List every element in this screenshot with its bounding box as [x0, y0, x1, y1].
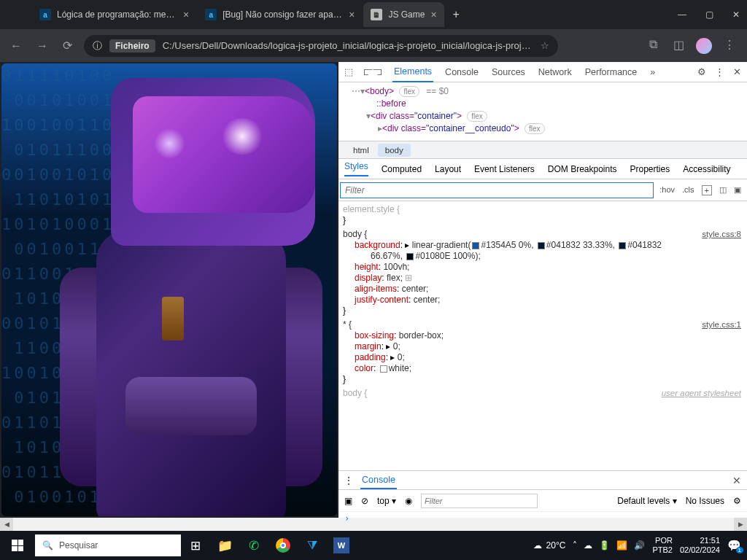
- tab-title: JS Game: [388, 9, 425, 20]
- whatsapp-icon[interactable]: ✆: [239, 531, 268, 560]
- console-filter-input[interactable]: [421, 494, 538, 508]
- onedrive-icon[interactable]: ☁: [584, 540, 592, 551]
- menu-icon[interactable]: ⋮: [724, 38, 735, 54]
- crumb-html[interactable]: html: [346, 144, 376, 157]
- search-input[interactable]: 🔍 Pesquisar: [35, 534, 181, 556]
- close-icon[interactable]: ×: [349, 9, 355, 20]
- back-icon[interactable]: ←: [7, 36, 25, 55]
- tab-performance[interactable]: Performance: [584, 63, 639, 82]
- new-rule-button[interactable]: +: [702, 185, 712, 195]
- scroll-left-icon[interactable]: ◀: [0, 518, 13, 531]
- no-issues-label: No Issues: [686, 496, 724, 506]
- console-drawer: ⋮ Console ✕ ▣ ⊘ top ▾ ◉ Default levels ▾…: [338, 470, 747, 518]
- live-expression-icon[interactable]: ◉: [405, 496, 412, 506]
- breadcrumb[interactable]: html body: [338, 141, 747, 159]
- tab-title: Lógica de programação: mergu...: [57, 9, 177, 20]
- new-tab-button[interactable]: +: [446, 4, 467, 26]
- word-icon[interactable]: W: [333, 537, 349, 553]
- start-button[interactable]: [0, 531, 35, 560]
- tab-title: [Bug] Não consigo fazer aparec...: [222, 9, 343, 20]
- levels-selector[interactable]: Default levels ▾: [617, 496, 676, 506]
- dom-tree[interactable]: ⋯▾<body> flex == $0 ::before ▾<div class…: [338, 82, 747, 141]
- avatar[interactable]: [696, 38, 712, 54]
- clock[interactable]: 21:51 02/02/2024: [680, 536, 720, 555]
- explorer-icon[interactable]: 📁: [210, 531, 239, 560]
- styles-tab-bar: Styles Computed Layout Event Listeners D…: [338, 159, 747, 179]
- more-tabs-icon[interactable]: »: [649, 63, 657, 82]
- tab-layout[interactable]: Layout: [435, 164, 461, 174]
- inspect-icon[interactable]: ⬚: [344, 66, 353, 77]
- tab-listeners[interactable]: Event Listeners: [474, 164, 535, 174]
- wifi-icon[interactable]: 📶: [616, 540, 627, 551]
- devtools-close-icon[interactable]: ✕: [733, 66, 741, 77]
- sidebar-toggle-icon[interactable]: ▣: [344, 496, 352, 506]
- tab-elements[interactable]: Elements: [392, 62, 433, 82]
- console-gear-icon[interactable]: ⚙: [733, 496, 741, 506]
- side-panel-icon[interactable]: ◫: [673, 38, 684, 54]
- device-icon[interactable]: ⫍⫎: [363, 66, 382, 77]
- url-field[interactable]: ⓘ Ficheiro C:/Users/Dell/Downloads/logic…: [84, 35, 558, 57]
- tab-properties[interactable]: Properties: [630, 164, 670, 174]
- reload-icon[interactable]: ⟳: [60, 36, 75, 55]
- weather-icon: ☁: [533, 540, 542, 551]
- styles-filter-input[interactable]: [340, 182, 654, 198]
- close-icon[interactable]: ×: [430, 9, 436, 20]
- clear-console-icon[interactable]: ⊘: [361, 496, 368, 506]
- gear-icon[interactable]: ⚙: [697, 66, 706, 77]
- tab-console[interactable]: Console: [444, 63, 480, 82]
- tab-1[interactable]: a Lógica de programação: mergu... ×: [32, 2, 196, 27]
- ua-label: user agent stylesheet: [662, 388, 741, 399]
- styles-panel[interactable]: element.style { } style.css:8 body { bac…: [338, 201, 747, 470]
- chrome-icon[interactable]: [268, 531, 298, 560]
- minimize-icon[interactable]: —: [678, 9, 686, 20]
- tab-network[interactable]: Network: [537, 63, 573, 82]
- system-tray[interactable]: ˄ ☁ 🔋 📶 🔊: [573, 540, 645, 551]
- volume-icon[interactable]: 🔊: [634, 540, 645, 551]
- tab-sources[interactable]: Sources: [490, 63, 527, 82]
- cls-button[interactable]: .cls: [682, 185, 694, 195]
- devtools-tab-bar: ⬚ ⫍⫎ Elements Console Sources Network Pe…: [338, 62, 747, 82]
- favicon-file-icon: 🗎: [371, 9, 382, 20]
- vscode-icon[interactable]: ⧩: [298, 531, 327, 560]
- drawer-tab-console[interactable]: Console: [360, 472, 397, 489]
- context-selector[interactable]: top ▾: [377, 496, 396, 506]
- language-indicator[interactable]: POR PTB2: [652, 536, 673, 555]
- tab-2[interactable]: a [Bug] Não consigo fazer aparec... ×: [198, 2, 362, 27]
- drawer-menu-icon[interactable]: ⋮: [344, 475, 353, 486]
- temperature: 20°C: [546, 540, 566, 551]
- tab-dom-bp[interactable]: DOM Breakpoints: [548, 164, 617, 174]
- tab-styles[interactable]: Styles: [344, 161, 368, 176]
- task-view-icon[interactable]: ⊞: [181, 531, 210, 560]
- url-badge: Ficheiro: [109, 39, 155, 52]
- source-link[interactable]: style.css:8: [702, 229, 741, 240]
- star-icon[interactable]: ☆: [541, 40, 549, 51]
- favicon-alura-icon: a: [205, 9, 217, 20]
- tab-a11y[interactable]: Accessibility: [683, 164, 730, 174]
- hov-button[interactable]: :hov: [659, 185, 675, 195]
- favicon-alura-icon: a: [39, 9, 51, 20]
- source-link[interactable]: style.css:1: [702, 319, 741, 330]
- tab-3-active[interactable]: 🗎 JS Game ×: [363, 2, 444, 27]
- toggle-icon[interactable]: ◫: [719, 185, 727, 195]
- devtools-panel: ⬚ ⫍⫎ Elements Console Sources Network Pe…: [338, 62, 747, 518]
- console-prompt[interactable]: ›: [338, 512, 747, 525]
- close-icon[interactable]: ×: [183, 9, 189, 20]
- toggle-icon-2[interactable]: ▣: [734, 185, 741, 195]
- tab-computed[interactable]: Computed: [382, 164, 422, 174]
- page-viewport: 011110100 001010011 1001001101 010111000…: [1, 63, 337, 516]
- notifications-icon[interactable]: 💬1: [727, 539, 741, 552]
- search-placeholder: Pesquisar: [59, 540, 98, 551]
- weather-widget[interactable]: ☁ 20°C: [533, 540, 566, 551]
- info-icon[interactable]: ⓘ: [93, 39, 102, 52]
- battery-icon[interactable]: 🔋: [599, 540, 610, 551]
- maximize-icon[interactable]: ▢: [705, 9, 713, 20]
- chevron-up-icon[interactable]: ˄: [573, 540, 577, 551]
- forward-icon[interactable]: →: [34, 36, 51, 55]
- drawer-close-icon[interactable]: ✕: [732, 475, 741, 486]
- scroll-right-icon[interactable]: ▶: [734, 518, 747, 531]
- crumb-body[interactable]: body: [378, 144, 411, 157]
- devtools-menu-icon[interactable]: ⋮: [715, 66, 724, 77]
- window-close-icon[interactable]: ✕: [732, 9, 740, 20]
- search-icon: 🔍: [42, 540, 53, 551]
- install-icon[interactable]: ⧉: [649, 38, 657, 54]
